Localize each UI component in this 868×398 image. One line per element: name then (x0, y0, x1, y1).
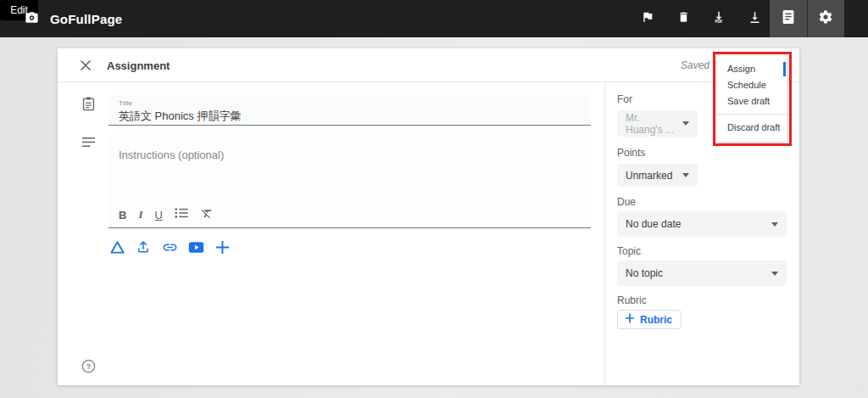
brand: GoFullPage (24, 0, 122, 37)
add-rubric-button[interactable]: Rubric (617, 310, 682, 329)
for-label: For (617, 93, 632, 105)
plus-icon (625, 313, 635, 326)
menu-item-discard-draft[interactable]: Discard draft (717, 120, 787, 136)
help-glyph: ? (86, 362, 92, 371)
title-field-value: 英語文 Phonics 押韻字彙 (119, 109, 581, 124)
close-icon[interactable] (79, 59, 92, 72)
add-rubric-label: Rubric (640, 314, 672, 326)
pdf-badge-text: PDF (715, 20, 723, 24)
bulleted-list-button[interactable] (175, 207, 188, 222)
trash-icon (677, 10, 690, 27)
upload-icon[interactable] (135, 238, 152, 255)
sidebar-divider (604, 82, 605, 385)
italic-button[interactable]: I (138, 208, 142, 221)
assignment-icon (81, 96, 97, 115)
assign-dropdown-menu: Assign Schedule Save draft Discard draft (717, 56, 787, 142)
due-dropdown[interactable]: No due date (617, 211, 787, 237)
points-label: Points (617, 147, 645, 159)
chevron-down-icon (682, 173, 689, 177)
topic-label: Topic (617, 245, 641, 257)
settings-button[interactable] (807, 0, 844, 37)
dialog-title: Assignment (107, 59, 170, 72)
for-value: Mr. Huang's ... (626, 112, 676, 136)
add-attachment-icon[interactable] (214, 238, 231, 255)
download-pdf-icon: PDF (711, 9, 726, 29)
due-value: No due date (626, 218, 765, 230)
topic-dropdown[interactable]: No topic (617, 261, 787, 286)
flag-button[interactable] (633, 0, 662, 37)
download-pdf-button[interactable]: PDF (704, 0, 733, 37)
topic-value: No topic (626, 267, 765, 279)
for-dropdown[interactable]: Mr. Huang's ... (617, 110, 698, 137)
gear-icon (818, 9, 833, 28)
google-drive-icon[interactable] (108, 238, 125, 255)
menu-item-schedule[interactable]: Schedule (717, 77, 787, 93)
format-toolbar: B I U (119, 206, 214, 223)
instructions-icon (81, 137, 96, 152)
attachment-toolbar (108, 238, 231, 255)
page-background: GoFullPage Edit PDF (0, 0, 868, 398)
clear-formatting-button[interactable] (200, 207, 214, 223)
saved-status: Saved (681, 59, 709, 71)
toolbar-right-section (770, 0, 844, 37)
title-field[interactable]: Title 英語文 Phonics 押韻字彙 (108, 95, 591, 126)
youtube-icon[interactable] (187, 238, 204, 255)
link-icon[interactable] (161, 238, 178, 255)
points-value: Unmarked (626, 170, 676, 182)
help-button[interactable]: ? (81, 359, 96, 373)
instructions-placeholder: Instructions (optional) (119, 149, 224, 161)
bold-button[interactable]: B (119, 209, 126, 221)
delete-button[interactable] (669, 0, 698, 37)
due-label: Due (617, 196, 636, 208)
pages-button[interactable] (770, 0, 807, 37)
flag-icon (641, 10, 654, 27)
chevron-down-icon (771, 272, 778, 276)
dialog-header: Assignment Saved (58, 48, 799, 82)
assignment-dialog: Assignment Saved Title 英語文 Phonics 押韻字彙 … (58, 48, 799, 385)
points-dropdown[interactable]: Unmarked (617, 164, 698, 187)
assign-button-edge (783, 62, 786, 76)
brand-name: GoFullPage (50, 12, 122, 26)
camera-icon (24, 9, 40, 29)
title-field-label: Title (119, 99, 581, 107)
download-icon (748, 10, 762, 28)
menu-divider (717, 114, 787, 115)
chevron-down-icon (682, 121, 689, 126)
download-button[interactable] (740, 0, 769, 37)
document-icon (782, 9, 795, 28)
chevron-down-icon (771, 222, 778, 227)
underline-button[interactable]: U (154, 209, 162, 221)
gofullpage-toolbar: GoFullPage Edit PDF (0, 0, 868, 37)
rubric-label: Rubric (617, 294, 647, 306)
menu-item-save-draft[interactable]: Save draft (717, 93, 787, 109)
menu-item-assign[interactable]: Assign (717, 61, 787, 77)
